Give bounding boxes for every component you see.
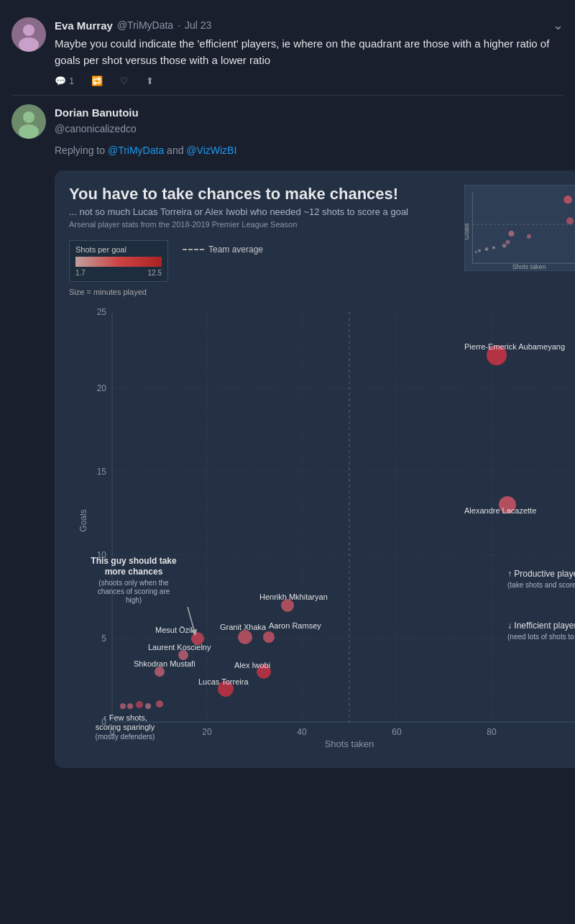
tweet-date-eva-val: Jul 23 <box>185 19 211 31</box>
reply-icon: 💬 <box>55 76 66 86</box>
svg-text:Goals: Goals <box>465 223 470 240</box>
max-val: 12.5 <box>148 269 162 277</box>
tweet-date-eva: · <box>178 19 180 31</box>
replying-to: Replying to @TriMyData and @VizWizBI <box>55 139 575 165</box>
player-label-torreira: Lucas Torreira <box>198 677 249 686</box>
chevron-down-icon[interactable]: ⌄ <box>553 17 564 33</box>
svg-point-11 <box>508 231 514 237</box>
player-dot-xhaka <box>238 630 252 644</box>
avg-line <box>183 249 204 250</box>
player-label-ramsey: Aaron Ramsey <box>269 621 321 630</box>
svg-point-16 <box>527 234 531 239</box>
tweet-container: Eva Murray @TriMyData · Jul 23 ⌄ Maybe y… <box>0 0 575 794</box>
svg-point-13 <box>502 244 507 248</box>
player-dot-small5 <box>156 700 163 708</box>
svg-text:40: 40 <box>297 727 307 737</box>
username-eva: @TriMyData <box>117 19 173 31</box>
svg-text:Shots taken: Shots taken <box>325 738 374 749</box>
annotation-inefficient-sub: (need lots of shots to score goals) <box>507 633 575 641</box>
legend-team-average: Team average <box>183 240 263 255</box>
player-dot-ramsey <box>263 631 275 643</box>
svg-point-5 <box>19 124 39 139</box>
svg-text:15: 15 <box>97 467 107 477</box>
svg-text:20: 20 <box>202 727 212 737</box>
svg-rect-22 <box>76 305 575 751</box>
shots-per-goal-label: Shots per goal <box>75 245 162 254</box>
svg-text:60: 60 <box>392 727 402 737</box>
tweet-2-header: Dorian Banutoiu ⌄ <box>55 104 575 120</box>
svg-point-17 <box>478 250 481 252</box>
gradient-bar <box>75 257 162 267</box>
chart-card: You have to take chances to make chances… <box>55 170 575 768</box>
annotation-more-chances-sub3: high) <box>126 596 142 604</box>
annotation-few-shots-2: scoring sparingly <box>96 723 155 731</box>
tweet-2-body: Dorian Banutoiu ⌄ @canonicalizedco Reply… <box>55 104 575 777</box>
legend-shots-per-goal: Shots per goal 1.7 12.5 <box>69 240 168 282</box>
scatter-plot-container: 0 5 10 15 20 25 0 20 40 60 80 100 <box>76 305 575 754</box>
svg-text:25: 25 <box>97 307 107 317</box>
avatar-eva <box>12 17 46 52</box>
svg-text:20: 20 <box>97 383 107 393</box>
player-label-lacazette: Alexandre Lacazette <box>464 506 536 515</box>
player-label-mustafi: Shkodran Mustafi <box>134 659 196 668</box>
svg-point-1 <box>23 24 34 36</box>
reply-and: and <box>167 145 186 156</box>
player-label-koscielny: Laurent Koscielny <box>148 643 211 651</box>
heart-icon: ♡ <box>120 76 129 86</box>
annotation-productive: ↑ Productive players <box>507 569 575 579</box>
share-icon: ⬆ <box>146 76 154 86</box>
min-val: 1.7 <box>75 269 86 277</box>
like-button[interactable]: ♡ <box>120 76 129 86</box>
annotation-more-chances-sub: (shoots only when the <box>98 579 169 587</box>
player-label-iwobi: Alex Iwobi <box>234 661 270 669</box>
user-info-dorian: Dorian Banutoiu <box>55 106 139 119</box>
svg-point-15 <box>492 247 495 250</box>
svg-text:Goals: Goals <box>78 510 88 532</box>
retweet-button[interactable]: 🔁 <box>91 76 103 86</box>
svg-point-18 <box>475 251 477 253</box>
svg-point-2 <box>19 37 39 52</box>
svg-point-14 <box>485 247 489 251</box>
reply-button[interactable]: 💬 1 <box>55 76 74 86</box>
player-dot-small4 <box>145 703 151 709</box>
svg-text:5: 5 <box>101 633 106 644</box>
player-dot-small3 <box>136 701 143 708</box>
share-button[interactable]: ⬆ <box>146 76 154 86</box>
display-name-eva: Eva Murray <box>55 19 113 32</box>
annotation-more-chances: This guy should take <box>91 556 177 566</box>
reply-count: 1 <box>69 76 74 86</box>
tweet-1-body: Eva Murray @TriMyData · Jul 23 ⌄ Maybe y… <box>55 17 564 86</box>
scatter-plot-svg: 0 5 10 15 20 25 0 20 40 60 80 100 <box>76 305 575 751</box>
player-label-mkhitaryan: Henrikh Mkhitaryan <box>259 593 328 601</box>
user-info-eva: Eva Murray @TriMyData · Jul 23 <box>55 19 211 32</box>
replying-to-label: Replying to <box>55 145 105 156</box>
annotation-inefficient: ↓ Inefficient players <box>507 621 575 631</box>
svg-text:Shots taken: Shots taken <box>512 263 546 270</box>
reply-target-2[interactable]: @VizWizBI <box>186 145 236 156</box>
svg-text:80: 80 <box>487 727 497 737</box>
team-average-label: Team average <box>208 244 263 255</box>
svg-point-9 <box>564 196 572 204</box>
tweet-1-header: Eva Murray @TriMyData · Jul 23 ⌄ <box>55 17 564 33</box>
player-dot-koscielny <box>178 650 188 660</box>
username-dorian: @canonicalizedco <box>55 123 575 134</box>
display-name-dorian: Dorian Banutoiu <box>55 106 139 119</box>
gradient-labels: 1.7 12.5 <box>75 269 162 277</box>
size-note: Size = minutes played <box>69 288 575 296</box>
retweet-icon: 🔁 <box>91 76 103 86</box>
annotation-productive-sub: (take shots and score goals) <box>507 581 575 589</box>
player-label-xhaka: Granit Xhaka <box>220 623 267 631</box>
svg-point-4 <box>23 111 34 123</box>
tweet-1: Eva Murray @TriMyData · Jul 23 ⌄ Maybe y… <box>12 9 564 96</box>
player-label-aubameyang: Pierre-Emerick Aubameyang <box>464 342 565 351</box>
annotation-few-shots-sub: (mostly defenders) <box>96 733 155 741</box>
reply-target-1[interactable]: @TriMyData <box>108 145 164 156</box>
player-label-ozil: Mesut Özil <box>155 626 193 634</box>
svg-point-10 <box>566 217 574 224</box>
tweet-2: Dorian Banutoiu ⌄ @canonicalizedco Reply… <box>12 96 564 785</box>
svg-rect-6 <box>466 186 576 270</box>
mini-chart: Shots taken Goals <box>464 185 575 271</box>
tweet-1-actions: 💬 1 🔁 ♡ ⬆ <box>55 76 564 86</box>
player-dot-small1 <box>120 703 126 709</box>
annotation-more-chances-sub2: chances of scoring are <box>98 587 170 595</box>
